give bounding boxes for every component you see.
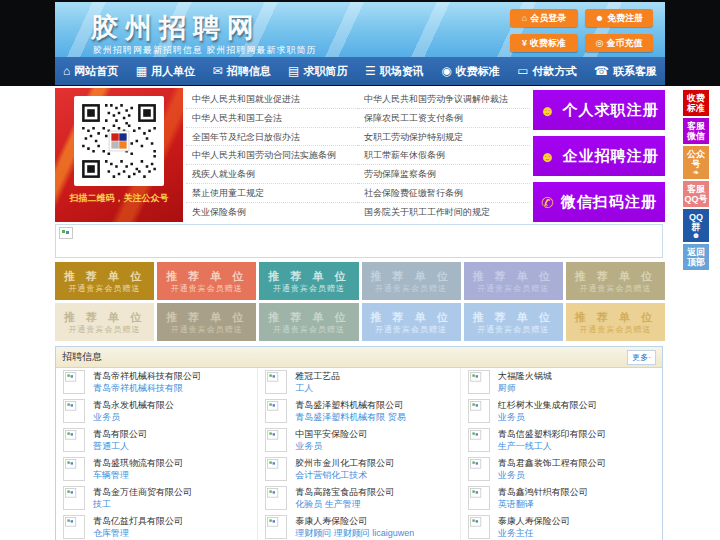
job-image-placeholder: [63, 399, 85, 423]
company-register-button[interactable]: ☻企业招聘注册: [533, 136, 665, 176]
job-company-name: 青岛盛琪物流有限公司: [93, 457, 183, 469]
job-position-link[interactable]: 青岛盛泽塑料机械有限 贸易: [295, 411, 406, 423]
nav-item-resumes[interactable]: ▤求职简历: [288, 64, 347, 79]
job-position-link[interactable]: 会计营销化工技术: [295, 469, 394, 481]
widget-service-qq-label: 客服 QQ号: [684, 184, 707, 204]
job-listing: 红杉树木业集成有限公司业务员: [461, 397, 662, 426]
nav-item-label: 收费标准: [456, 64, 500, 79]
recommended-unit-block[interactable]: 推 荐 单 位开通贵宾会员赠送: [259, 303, 358, 341]
widget-fee-standard[interactable]: 收费 标准: [683, 90, 709, 116]
job-position-link[interactable]: 青岛帝祥机械科技有限: [93, 382, 201, 394]
job-image-placeholder: [63, 515, 85, 539]
job-position-link[interactable]: 化验员 生产管理: [295, 498, 394, 510]
job-position-link[interactable]: 工人: [295, 382, 340, 394]
job-listing: 青岛盛琪物流有限公司车辆管理: [56, 455, 257, 484]
personal-register-button[interactable]: ☻个人求职注册: [533, 90, 665, 130]
job-company-name: 青岛信盛塑料彩印有限公司: [498, 428, 606, 440]
free-register-button[interactable]: ☻免费注册: [585, 9, 653, 27]
register-panel: ☻个人求职注册☻企业招聘注册✆微信扫码注册: [533, 90, 665, 228]
job-position-link[interactable]: 业务员: [295, 440, 367, 452]
job-image-placeholder: [63, 428, 85, 452]
job-position-link[interactable]: 业务员: [498, 411, 597, 423]
job-listing: 青岛盛泽塑料机械有限公司青岛盛泽塑料机械有限 贸易: [258, 397, 459, 426]
law-link[interactable]: 保障农民工工资支付条例: [358, 109, 530, 128]
recommended-unit-block[interactable]: 推 荐 单 位开通贵宾会员赠送: [566, 262, 665, 300]
nav-item-service[interactable]: ☎联系客服: [594, 64, 657, 79]
job-listing: 青岛永发机械有限公业务员: [56, 397, 257, 426]
job-position-link[interactable]: 理财顾问 理财顾问 licaiguwen: [295, 527, 414, 539]
job-image-placeholder: [265, 399, 287, 423]
law-link[interactable]: 女职工劳动保护特别规定: [358, 128, 530, 147]
recommended-unit-block[interactable]: 推 荐 单 位开通贵宾会员赠送: [55, 303, 154, 341]
job-position-link[interactable]: 生产一线工人: [498, 440, 606, 452]
job-image-placeholder: [468, 457, 490, 481]
job-position-link[interactable]: 厨师: [498, 382, 552, 394]
broken-image-icon: [267, 401, 278, 411]
nav-item-news[interactable]: ☰职场资讯: [365, 64, 424, 79]
law-link[interactable]: 中华人民共和国就业促进法: [186, 90, 358, 109]
law-link[interactable]: 残疾人就业条例: [186, 165, 358, 184]
recommended-unit-block[interactable]: 推 荐 单 位开通贵宾会员赠送: [157, 262, 256, 300]
jobs-column: 大福隆火锅城厨师红杉树木业集成有限公司业务员青岛信盛塑料彩印有限公司生产一线工人…: [460, 368, 662, 540]
recommended-unit-block[interactable]: 推 荐 单 位开通贵宾会员赠送: [259, 262, 358, 300]
jobs-section-header: 招聘信息 更多·: [56, 347, 662, 368]
law-link[interactable]: 社会保险费征缴暂行条例: [358, 184, 530, 203]
widget-qq-group[interactable]: QQ 群☻: [683, 209, 709, 242]
law-link[interactable]: 失业保险条例: [186, 203, 358, 222]
jobs-more-link[interactable]: 更多·: [627, 350, 656, 365]
widget-back-to-top[interactable]: 返回 顶部: [683, 244, 709, 270]
fee-standard-button[interactable]: ¥收费标准: [510, 34, 578, 52]
recommended-unit-title: 推 荐 单 位: [371, 269, 452, 283]
qr-code: [74, 96, 164, 186]
job-position-link[interactable]: 仓库管理: [93, 527, 183, 539]
job-position-link[interactable]: 车辆管理: [93, 469, 183, 481]
recommended-unit-block[interactable]: 推 荐 单 位开通贵宾会员赠送: [362, 303, 461, 341]
nav-item-jobs[interactable]: ✉招聘信息: [213, 64, 271, 79]
widget-official-account[interactable]: 公众 号❧: [683, 146, 709, 179]
job-listing: 大福隆火锅城厨师: [461, 368, 662, 397]
widget-service-qq[interactable]: 客服 QQ号: [683, 181, 709, 207]
law-link[interactable]: 全国年节及纪念日放假办法: [186, 128, 358, 147]
widget-back-to-top-label: 返回 顶部: [687, 247, 705, 267]
recommended-unit-block[interactable]: 推 荐 单 位开通贵宾会员赠送: [55, 262, 154, 300]
job-position-link[interactable]: 业务员: [498, 469, 606, 481]
job-position-link[interactable]: 技工: [93, 498, 192, 510]
law-link[interactable]: 劳动保障监察条例: [358, 165, 530, 184]
law-link[interactable]: 中华人民共和国劳动合同法实施条例: [186, 146, 358, 165]
nav-item-fees[interactable]: ◉收费标准: [441, 64, 499, 79]
recommended-unit-block[interactable]: 推 荐 单 位开通贵宾会员赠送: [464, 303, 563, 341]
recommended-unit-block[interactable]: 推 荐 单 位开通贵宾会员赠送: [362, 262, 461, 300]
recommended-unit-block[interactable]: 推 荐 单 位开通贵宾会员赠送: [566, 303, 665, 341]
site-subtitle: 胶州招聘网最新招聘信息 胶州招聘网最新求职简历: [93, 44, 317, 57]
widget-service-wechat[interactable]: 客服 微信: [683, 118, 709, 144]
nav-item-home[interactable]: ⌂网站首页: [63, 64, 118, 79]
job-position-link[interactable]: 业务主任: [498, 527, 570, 539]
recommended-unit-title: 推 荐 单 位: [371, 310, 452, 324]
job-position-link[interactable]: 英语翻译: [498, 498, 588, 510]
broken-image-icon: [470, 430, 481, 440]
header-band: 胶州招聘网 胶州招聘网最新招聘信息 胶州招聘网最新求职简历 ⌂会员登录☻免费注册…: [0, 0, 720, 86]
law-link[interactable]: 职工带薪年休假条例: [358, 146, 530, 165]
member-login-button[interactable]: ⌂会员登录: [510, 9, 578, 27]
recommended-unit-block[interactable]: 推 荐 单 位开通贵宾会员赠送: [157, 303, 256, 341]
recommended-unit-subtitle: 开通贵宾会员赠送: [477, 283, 549, 294]
law-link[interactable]: 中华人民共和国劳动争议调解仲裁法: [358, 90, 530, 109]
law-link[interactable]: 国务院关于职工工作时间的规定: [358, 203, 530, 222]
job-company-name: 青岛盛泽塑料机械有限公司: [295, 399, 406, 411]
broken-image-icon: [65, 401, 76, 411]
law-link[interactable]: 禁止使用童工规定: [186, 184, 358, 203]
broken-image-icon: [470, 372, 481, 382]
job-position-link[interactable]: 普通工人: [93, 440, 147, 452]
law-link[interactable]: 中华人民共和国工会法: [186, 109, 358, 128]
wechat-register-button[interactable]: ✆微信扫码注册: [533, 182, 665, 222]
member-login-button-label: 会员登录: [530, 12, 566, 25]
nav-item-employers[interactable]: ▦用人单位: [136, 64, 195, 79]
job-position-link[interactable]: 业务员: [93, 411, 174, 423]
job-image-placeholder: [468, 486, 490, 510]
coin-recharge-button[interactable]: ◎金币充值: [585, 34, 653, 52]
qr-caption: 扫描二维码，关注公众号: [55, 192, 183, 205]
recommended-unit-block[interactable]: 推 荐 单 位开通贵宾会员赠送: [464, 262, 563, 300]
wechat-register-button-label: 微信扫码注册: [561, 193, 657, 212]
jobs-section: 招聘信息 更多· 青岛帝祥机械科技有限公司青岛帝祥机械科技有限青岛永发机械有限公…: [55, 346, 663, 540]
nav-item-payment[interactable]: ▭付款方式: [517, 64, 576, 79]
